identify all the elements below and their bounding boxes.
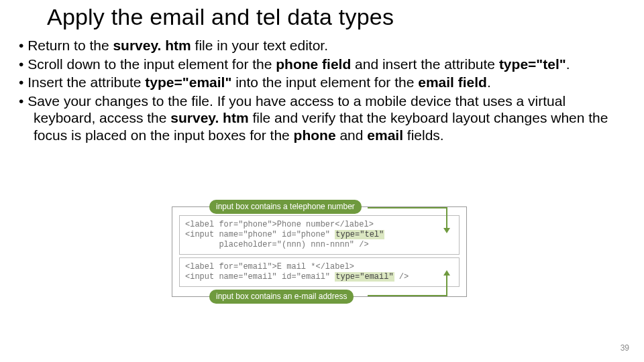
bullet-list: Return to the survey. htm file in your t… [16,37,628,144]
arrow-top-icon [366,202,460,233]
slide: Apply the email and tel data types Retur… [0,0,644,362]
bold-text: survey. htm [113,38,191,53]
text: and insert the attribute [351,56,499,72]
text: Return to the [28,38,113,53]
callout-top: input box contains a telephone number [209,200,362,214]
code-line: <input name="phone" id="phone" [185,230,335,239]
callout-bottom: input box contains an e-mail address [209,290,354,304]
code-line: <label for="email">E mail *</label> [185,262,354,272]
text: . [566,56,570,72]
svg-marker-1 [443,270,450,276]
text: file in your text editor. [191,38,328,53]
text: . [487,74,491,90]
code-line: <input name="email" id="email" [185,272,335,282]
bold-text: email field [418,74,487,90]
code-figure: input box contains a telephone number <l… [172,206,467,297]
list-item: Insert the attribute type="email" into t… [19,74,625,91]
text: into the input element for the [231,74,418,90]
list-item: Scroll down to the input element for the… [19,56,625,73]
code-line: <label for="phone">Phone number</label> [185,220,374,229]
bold-text: type="tel" [499,56,566,72]
text: and [336,127,368,143]
code-line: placeholder="(nnn) nnn-nnnn" /> [185,240,369,249]
svg-marker-0 [443,228,450,233]
bold-text: type="email" [145,74,231,90]
bold-text: phone field [276,56,351,72]
text: Insert the attribute [28,74,145,90]
text: fields. [403,127,444,143]
slide-title: Apply the email and tel data types [47,4,628,30]
arrow-bottom-icon [366,270,460,301]
bold-text: phone [294,127,336,143]
text: Scroll down to the input element for the [28,56,276,72]
bold-text: email [367,127,403,143]
page-number: 39 [621,343,629,353]
list-item: Save your changes to the file. If you ha… [19,93,625,144]
list-item: Return to the survey. htm file in your t… [19,37,625,54]
bold-text: survey. htm [170,110,248,125]
